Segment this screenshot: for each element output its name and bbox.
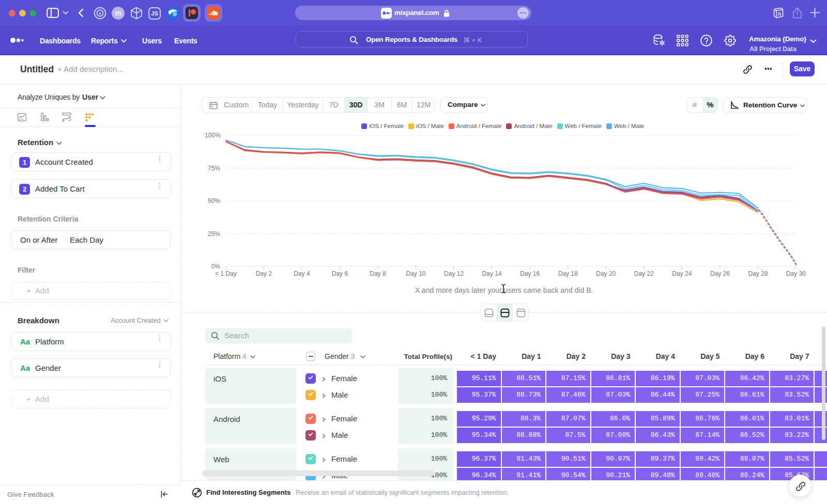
svg-text:N: N: [778, 12, 782, 17]
